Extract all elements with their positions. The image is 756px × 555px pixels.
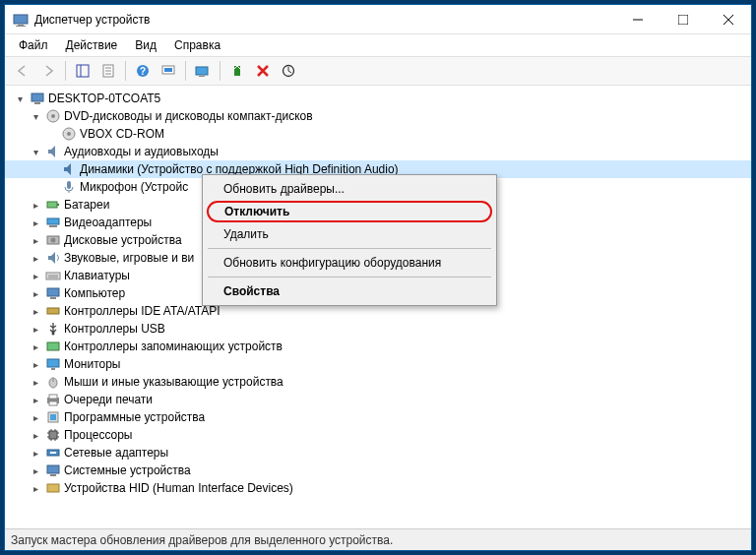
show-hide-tree-button[interactable] [71, 59, 94, 83]
node-label: Контроллеры USB [64, 322, 165, 336]
expander-icon[interactable] [29, 235, 42, 246]
ctx-separator [208, 277, 491, 278]
uninstall-button[interactable] [251, 59, 275, 83]
svg-rect-30 [47, 218, 59, 224]
expander-icon[interactable] [29, 341, 42, 352]
expander-icon[interactable] [29, 377, 42, 388]
node-label: Компьютер [64, 286, 125, 300]
computer-icon [45, 285, 61, 301]
tree-node-audio[interactable]: Аудиовходы и аудиовыходы [5, 143, 751, 160]
device-tree[interactable]: DESKTOP-0TCOAT5 DVD-дисководы и дисковод… [5, 86, 751, 528]
scan-hardware-button[interactable] [191, 59, 215, 83]
dvd-drive-icon [61, 126, 77, 142]
svg-rect-17 [196, 67, 208, 75]
expander-icon[interactable] [29, 430, 42, 441]
tree-node-mice[interactable]: Мыши и иные указывающие устройства [5, 373, 751, 391]
controller-icon [45, 303, 61, 319]
expander-icon[interactable] [13, 93, 27, 104]
tree-node-print[interactable]: Очереди печати [5, 391, 751, 408]
back-button[interactable] [11, 59, 34, 83]
window-title: Диспетчер устройств [34, 13, 615, 27]
svg-rect-0 [14, 15, 28, 24]
svg-rect-31 [49, 225, 57, 227]
expander-icon[interactable] [29, 111, 42, 122]
svg-rect-16 [164, 68, 172, 72]
menu-action[interactable]: Действие [58, 36, 126, 54]
printer-icon [45, 392, 61, 407]
sound-icon [45, 250, 61, 266]
ctx-disable[interactable]: Отключить [207, 201, 492, 222]
toolbar-separator [125, 61, 126, 81]
svg-rect-63 [50, 474, 56, 476]
statusbar: Запуск мастера обновления драйверов для … [5, 528, 751, 550]
mouse-icon [45, 374, 61, 390]
disable-button[interactable] [277, 59, 300, 83]
expander-icon[interactable] [29, 200, 42, 211]
node-label: Видеоадаптеры [64, 216, 152, 229]
properties-button[interactable] [96, 59, 120, 83]
node-label: Батареи [64, 198, 109, 212]
node-label: Аудиовходы и аудиовыходы [64, 145, 219, 158]
node-label: Контроллеры запоминающих устройств [64, 339, 283, 353]
ctx-scan-hardware[interactable]: Обновить конфигурацию оборудования [206, 252, 493, 274]
svg-rect-62 [47, 465, 59, 473]
expander-icon[interactable] [29, 324, 42, 335]
node-label: Сетевые адаптеры [64, 446, 168, 460]
computer-icon [30, 91, 45, 106]
expander-icon[interactable] [29, 483, 42, 494]
maximize-button[interactable] [661, 5, 706, 34]
expander-icon[interactable] [29, 412, 42, 423]
ctx-uninstall[interactable]: Удалить [206, 223, 493, 245]
storage-controller-icon [45, 339, 61, 354]
node-label: Мониторы [64, 357, 120, 371]
expander-icon[interactable] [29, 217, 42, 228]
svg-rect-2 [16, 26, 26, 27]
tree-node-usb[interactable]: Контроллеры USB [5, 320, 751, 338]
toolbar-separator [185, 61, 186, 81]
tree-node-software[interactable]: Программные устройства [5, 408, 751, 426]
processor-icon [45, 427, 61, 443]
tree-node-network[interactable]: Сетевые адаптеры [5, 444, 751, 462]
ctx-properties[interactable]: Свойства [206, 280, 493, 302]
expander-icon[interactable] [29, 465, 42, 476]
expander-icon[interactable] [29, 395, 42, 405]
ctx-update-drivers[interactable]: Обновить драйверы... [206, 178, 493, 200]
tree-node-storage-ctrl[interactable]: Контроллеры запоминающих устройств [5, 338, 751, 355]
expander-icon[interactable] [29, 147, 42, 157]
svg-point-24 [51, 114, 55, 118]
expander-icon[interactable] [29, 271, 42, 281]
expander-icon[interactable] [29, 253, 42, 264]
toolbar-icon[interactable] [157, 59, 180, 83]
display-adapter-icon [45, 215, 61, 230]
monitor-icon [45, 356, 61, 372]
expander-icon[interactable] [29, 359, 42, 370]
help-button[interactable]: ? [131, 59, 155, 83]
tree-node-hid[interactable]: Устройства HID (Human Interface Devices) [5, 479, 751, 497]
disk-icon [45, 232, 61, 248]
node-label: Программные устройства [64, 410, 205, 424]
device-manager-window: Диспетчер устройств Файл Действие Вид Сп… [4, 4, 752, 551]
svg-rect-48 [49, 401, 57, 405]
menu-help[interactable]: Справка [166, 36, 228, 54]
close-button[interactable] [706, 5, 751, 34]
forward-button[interactable] [36, 59, 60, 83]
expander-icon[interactable] [29, 448, 42, 459]
svg-rect-38 [50, 297, 56, 299]
tree-node-cpu[interactable]: Процессоры [5, 426, 751, 444]
update-driver-button[interactable] [225, 59, 249, 83]
expander-icon[interactable] [29, 288, 42, 299]
node-label: Микрофон (Устройс [80, 180, 188, 194]
minimize-button[interactable] [615, 5, 661, 34]
menu-file[interactable]: Файл [11, 36, 56, 54]
tree-root[interactable]: DESKTOP-0TCOAT5 [5, 90, 751, 107]
tree-node-monitors[interactable]: Мониторы [5, 355, 751, 373]
tree-node-dvd-child[interactable]: VBOX CD-ROM [5, 125, 751, 143]
svg-rect-41 [47, 342, 59, 350]
tree-node-dvd[interactable]: DVD-дисководы и дисководы компакт-дисков [5, 107, 751, 125]
dvd-drive-icon [45, 108, 61, 124]
svg-rect-1 [18, 25, 24, 26]
menu-view[interactable]: Вид [127, 36, 164, 54]
expander-icon[interactable] [29, 306, 42, 317]
tree-node-system[interactable]: Системные устройства [5, 462, 751, 479]
svg-rect-4 [678, 15, 688, 25]
